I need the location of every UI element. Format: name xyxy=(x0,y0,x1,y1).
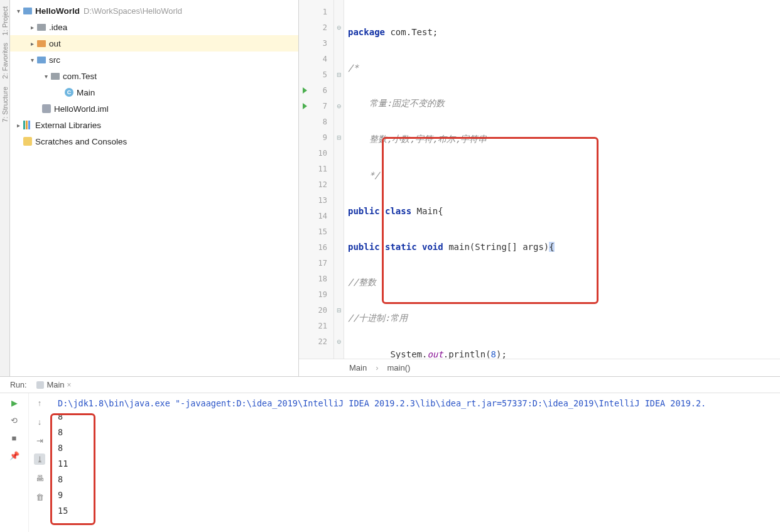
run-toolbar-secondary: ↑ ↓ ⇥ ⤓ 🖶 🗑 xyxy=(29,393,50,532)
sidebar-tab-structure[interactable]: 7: Structure xyxy=(1,87,9,122)
scroll-to-end-button[interactable]: ⤓ xyxy=(34,453,45,465)
tree-node-external-libs[interactable]: ▸ External Libraries xyxy=(10,117,298,133)
chevron-right-icon[interactable]: ▸ xyxy=(28,39,36,48)
folder-icon xyxy=(36,22,46,32)
down-stack-button[interactable]: ↓ xyxy=(34,416,45,427)
console-output-line: 15 xyxy=(58,502,772,518)
tree-node-idea[interactable]: ▸ .idea xyxy=(10,19,298,35)
class-icon: C xyxy=(64,87,74,97)
console-command-line: D:\jdk1.8\bin\java.exe "-javaagent:D:\id… xyxy=(58,398,772,408)
project-tree[interactable]: ▾ HelloWorld D:\WorkSpaces\HelloWorld ▸ … xyxy=(10,0,299,376)
tree-node-out[interactable]: ▸ out xyxy=(10,35,298,52)
pin-button[interactable]: 📌 xyxy=(9,450,20,461)
chevron-down-icon[interactable]: ▾ xyxy=(14,6,23,15)
stop-button[interactable]: ■ xyxy=(9,432,20,443)
rerun-button[interactable]: ⟲ xyxy=(9,415,20,426)
iml-icon xyxy=(41,104,51,114)
tree-node-scratches[interactable]: Scratches and Consoles xyxy=(10,133,298,149)
run-label: Run: xyxy=(10,381,26,389)
code-editor[interactable]: package com.Test; /* 常量:固定不变的数 整数,小数,字符,… xyxy=(344,0,780,359)
breadcrumb-method[interactable]: main() xyxy=(387,363,411,372)
line-number-gutter[interactable]: 12345 678910 1112131415 1617181920 2122 xyxy=(299,0,334,359)
sidebar-tab-project[interactable]: 1: Project xyxy=(1,6,9,35)
run-config-icon xyxy=(36,381,44,389)
console-output-line: 8 xyxy=(58,440,772,455)
console-output-line: 9 xyxy=(58,487,772,502)
run-panel: Run: Main × ▶ ⟲ ■ 📌 ↑ ↓ ⇥ ⤓ 🖶 🗑 D:\jdk1.… xyxy=(0,376,780,532)
chevron-down-icon[interactable]: ▾ xyxy=(28,55,36,64)
soft-wrap-button[interactable]: ⇥ xyxy=(34,435,45,446)
tree-root[interactable]: ▾ HelloWorld D:\WorkSpaces\HelloWorld xyxy=(10,3,298,19)
fold-strip[interactable]: ⊖⊟ ⊖⊟ ⊟ ⊖ xyxy=(334,0,344,359)
breadcrumb-bar[interactable]: Main › main() xyxy=(299,359,780,376)
tree-label: HelloWorld xyxy=(35,6,80,16)
left-tool-strip: 1: Project 2: Favorites 7: Structure xyxy=(0,0,10,376)
up-stack-button[interactable]: ↑ xyxy=(34,397,45,408)
clear-button[interactable]: 🗑 xyxy=(34,491,45,502)
tree-node-package[interactable]: ▾ com.Test xyxy=(10,68,298,84)
console-output-line: 11 xyxy=(58,455,772,471)
chevron-right-icon[interactable]: ▸ xyxy=(14,121,23,129)
folder-icon xyxy=(36,38,46,48)
libraries-icon xyxy=(23,120,33,130)
console-output-line: 8 xyxy=(58,408,772,424)
package-icon xyxy=(50,71,60,81)
tree-node-main-class[interactable]: C Main xyxy=(10,84,298,100)
run-button[interactable]: ▶ xyxy=(9,397,20,408)
module-icon xyxy=(23,6,33,16)
editor-pane: 12345 678910 1112131415 1617181920 2122 … xyxy=(299,0,780,376)
run-tab[interactable]: Main × xyxy=(33,379,75,391)
tree-path: D:\WorkSpaces\HelloWorld xyxy=(84,6,182,16)
tree-node-src[interactable]: ▾ src xyxy=(10,52,298,68)
console-output-line: 8 xyxy=(58,424,772,440)
breadcrumb-class[interactable]: Main xyxy=(349,363,367,372)
close-icon[interactable]: × xyxy=(67,381,72,389)
console-output-line: 8 xyxy=(58,471,772,487)
source-folder-icon xyxy=(36,55,46,65)
run-panel-header: Run: Main × xyxy=(0,377,780,393)
scratches-icon xyxy=(23,136,33,146)
chevron-down-icon[interactable]: ▾ xyxy=(41,72,50,80)
chevron-right-icon: › xyxy=(376,363,378,372)
console-output[interactable]: D:\jdk1.8\bin\java.exe "-javaagent:D:\id… xyxy=(50,393,780,532)
tree-node-iml[interactable]: HelloWorld.iml xyxy=(10,100,298,117)
chevron-right-icon[interactable]: ▸ xyxy=(28,23,36,31)
sidebar-tab-favorites[interactable]: 2: Favorites xyxy=(1,43,9,79)
print-button[interactable]: 🖶 xyxy=(34,472,45,484)
run-toolbar-primary: ▶ ⟲ ■ 📌 xyxy=(0,393,29,532)
